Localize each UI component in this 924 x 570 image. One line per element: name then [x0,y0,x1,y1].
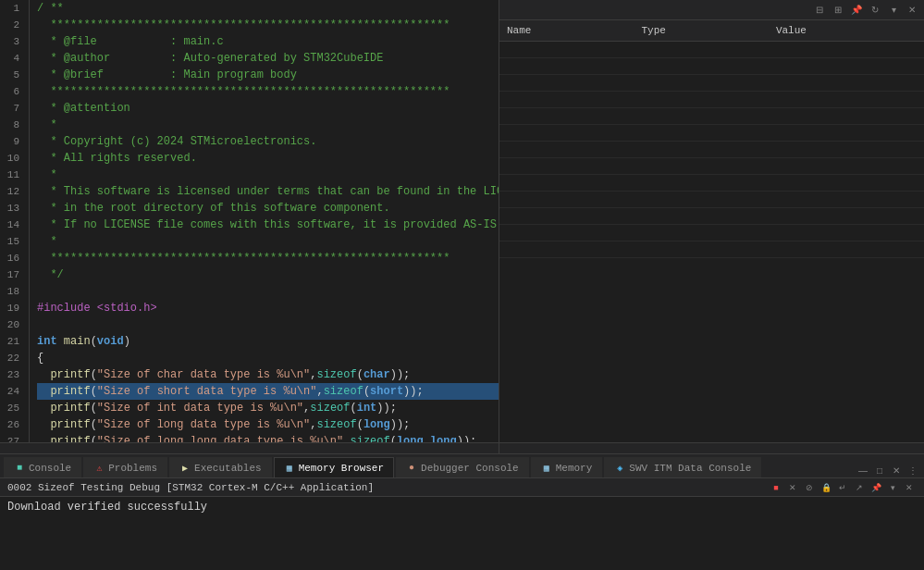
memory-icon: ▦ [541,463,552,474]
console-title: 0002 Sizeof Testing Debug [STM32 Cortex-… [0,478,924,497]
console-menu-button[interactable]: ▾ [885,480,900,495]
code-content[interactable]: 1 2 3 4 5 6 7 8 9 10 11 12 13 14 15 16 1 [0,0,499,442]
console-word-wrap-button[interactable]: ↵ [835,480,850,495]
tab-memory-label: Memory [556,463,593,474]
console-clear-button[interactable]: ⊘ [802,480,817,495]
col-type[interactable]: Type [634,20,768,41]
code-line: ****************************************… [37,17,499,33]
table-row [499,241,924,257]
line-numbers: 1 2 3 4 5 6 7 8 9 10 11 12 13 14 15 16 1 [0,0,30,442]
table-row [499,207,924,224]
code-line: ****************************************… [37,250,499,266]
code-line: printf("Size of char data type is %u\n",… [37,366,499,383]
table-row [499,74,924,91]
tab-close-button[interactable]: ✕ [889,463,904,477]
code-area[interactable]: / ** ***********************************… [30,0,499,442]
code-line: * @attention [37,100,499,117]
table-row [499,57,924,74]
code-line: * [37,233,499,250]
tab-maximize-button[interactable]: □ [872,463,887,477]
close-button[interactable]: ✕ [904,2,920,19]
code-line: * Copyright (c) 2024 STMicroelectronics. [37,133,499,150]
code-line: * If no LICENSE file comes with this sof… [37,217,499,233]
code-line: printf("Size of int data type is %u\n",s… [37,400,499,416]
table-row [499,224,924,241]
code-panel: 1 2 3 4 5 6 7 8 9 10 11 12 13 14 15 16 1 [0,0,499,453]
console-stop-button[interactable]: ■ [769,480,783,495]
tab-debugger-console[interactable]: ● Debugger Console [396,457,529,477]
console-output: Download verified successfully [7,501,207,514]
console-scroll-lock-button[interactable]: 🔒 [819,480,833,495]
code-line: printf("Size of long data type is %u\n",… [37,416,499,433]
code-line: * All rights reserved. [37,150,499,167]
tab-menu-button[interactable]: ⋮ [906,463,920,477]
variables-table[interactable]: Name Type Value [499,20,924,442]
tab-problems[interactable]: ⚠ Problems [83,457,167,477]
table-row [499,174,924,191]
console-open-external-button[interactable]: ↗ [852,480,867,495]
main-area: 1 2 3 4 5 6 7 8 9 10 11 12 13 14 15 16 1 [0,0,924,453]
tab-memory-browser-label: Memory Browser [299,463,384,474]
console-close-button[interactable]: ✕ [902,480,917,495]
console-icon: ■ [14,463,25,474]
tab-swv[interactable]: ◈ SWV ITM Data Console [604,457,761,477]
tab-minimize-button[interactable]: — [856,463,870,477]
console-pin-button[interactable]: 📌 [869,480,883,495]
table-row [499,107,924,124]
expand-all-button[interactable]: ⊞ [830,2,846,19]
table-row [499,157,924,174]
tabs-bar: ■ Console ⚠ Problems ▶ Executables ▦ Mem… [0,453,924,477]
tab-memory[interactable]: ▦ Memory [531,457,603,477]
code-line: printf("Size of long long data type is %… [37,433,499,442]
tab-debugger-label: Debugger Console [421,463,519,474]
tab-console[interactable]: ■ Console [4,457,81,477]
col-name[interactable]: Name [499,20,634,41]
tab-swv-label: SWV ITM Data Console [629,463,751,474]
tab-memory-browser[interactable]: ▦ Memory Browser [274,457,394,477]
code-lines: 1 2 3 4 5 6 7 8 9 10 11 12 13 14 15 16 1 [0,0,499,442]
tab-controls: — □ ✕ ⋮ [856,463,920,477]
code-line: ****************************************… [37,83,499,100]
console-controls: ■ ✕ ⊘ 🔒 ↵ ↗ 📌 ▾ ✕ [769,480,917,495]
code-line [37,316,499,333]
col-value[interactable]: Value [769,20,924,41]
menu-button[interactable]: ▾ [885,2,902,19]
table-row [499,124,924,141]
code-line: * [37,167,499,183]
tab-problems-label: Problems [108,463,157,474]
pin-button[interactable]: 📌 [848,2,865,19]
table-row [499,191,924,207]
console-session-title: 0002 Sizeof Testing Debug [STM32 Cortex-… [7,482,374,493]
tab-executables[interactable]: ▶ Executables [169,457,272,477]
right-horizontal-scrollbar[interactable] [499,442,924,453]
code-line: / ** [37,0,499,17]
code-line: * in the root directory of this software… [37,200,499,217]
executables-icon: ▶ [179,463,191,474]
console-content: Download verified successfully [0,497,924,570]
code-line: * @file : main.c [37,33,499,50]
debugger-icon: ● [406,463,417,474]
right-panel: ⊟ ⊞ 📌 ↻ ▾ ✕ Name Type Value [499,0,924,453]
code-line-highlighted: printf("Size of short data type is %u\n"… [37,383,499,400]
table-row [499,141,924,157]
table-row [499,41,924,57]
code-horizontal-scrollbar[interactable] [0,442,499,453]
console-disconnect-button[interactable]: ✕ [785,480,800,495]
tab-console-label: Console [29,463,71,474]
problems-icon: ⚠ [93,463,105,474]
code-line: * [37,117,499,133]
collapse-all-button[interactable]: ⊟ [811,2,828,19]
code-line: * @author : Auto-generated by STM32CubeI… [37,50,499,67]
code-line: int main(void) [37,333,499,350]
code-line: * This software is licensed under terms … [37,183,499,200]
code-line: * @brief : Main program body [37,67,499,83]
tab-executables-label: Executables [194,463,262,474]
sync-button[interactable]: ↻ [867,2,883,19]
console-area: 0002 Sizeof Testing Debug [STM32 Cortex-… [0,477,924,570]
memory-browser-icon: ▦ [284,463,295,474]
code-line [37,283,499,300]
code-line: #include <stdio.h> [37,300,499,316]
table-row [499,91,924,107]
var-table: Name Type Value [499,20,924,258]
swv-icon: ◈ [614,463,625,474]
